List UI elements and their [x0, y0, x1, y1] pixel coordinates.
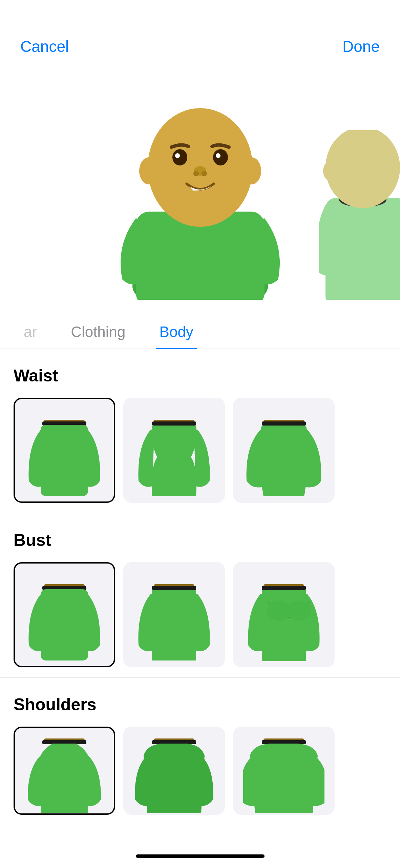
bust-options: [14, 562, 386, 667]
shoulders-section: Shoulders: [0, 678, 400, 825]
waist-option-3[interactable]: [233, 398, 335, 503]
svg-point-13: [193, 171, 199, 176]
svg-point-14: [202, 171, 207, 176]
svg-point-6: [139, 157, 158, 184]
bust-option-2[interactable]: [123, 562, 225, 667]
svg-point-11: [216, 153, 220, 158]
svg-point-7: [242, 157, 261, 184]
waist-section: Waist: [0, 349, 400, 513]
shoulders-title: Shoulders: [14, 695, 386, 714]
svg-rect-32: [152, 586, 196, 590]
shoulders-options: [14, 727, 386, 815]
avatar-side: [319, 130, 400, 300]
tab-clothing[interactable]: Clothing: [67, 317, 129, 349]
svg-point-39: [287, 600, 311, 621]
shoulders-option-1[interactable]: [14, 727, 115, 815]
waist-title: Waist: [14, 366, 386, 386]
waist-options: [14, 398, 386, 503]
avatar-main: [112, 90, 288, 300]
tab-bar: ar Clothing Body: [0, 317, 400, 349]
bust-title: Bust: [14, 530, 386, 550]
header: Cancel Done: [0, 0, 400, 69]
done-button[interactable]: Done: [342, 37, 380, 56]
avatar-area: [0, 69, 400, 300]
svg-rect-30: [41, 589, 88, 660]
bust-section: Bust: [0, 513, 400, 678]
svg-rect-27: [262, 421, 306, 426]
svg-rect-23: [41, 425, 88, 496]
bust-option-1[interactable]: [14, 562, 115, 667]
svg-point-10: [175, 153, 180, 158]
svg-point-8: [172, 149, 187, 165]
bust-option-3[interactable]: [233, 562, 335, 667]
svg-rect-34: [262, 586, 306, 590]
home-indicator: [136, 854, 265, 858]
svg-point-20: [323, 161, 338, 181]
tab-ear[interactable]: ar: [20, 317, 40, 349]
svg-point-38: [267, 600, 291, 621]
svg-rect-25: [152, 421, 196, 426]
cancel-button[interactable]: Cancel: [20, 37, 69, 56]
shoulders-option-2[interactable]: [123, 727, 225, 815]
waist-option-2[interactable]: [123, 398, 225, 503]
tab-body[interactable]: Body: [156, 317, 197, 349]
waist-option-1[interactable]: [14, 398, 115, 503]
svg-point-9: [213, 149, 228, 165]
shoulders-option-3[interactable]: [233, 727, 335, 815]
